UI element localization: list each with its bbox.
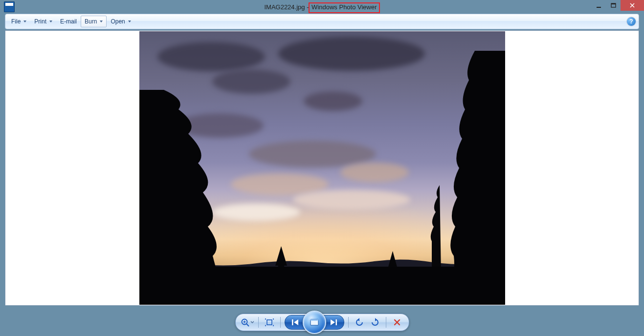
window-controls xyxy=(591,0,644,11)
toolbar-container: File Print E-mail Burn Open ? xyxy=(5,14,639,29)
viewer-canvas[interactable] xyxy=(5,30,639,306)
rotate-ccw-button[interactable] xyxy=(353,316,366,328)
help-button[interactable]: ? xyxy=(627,17,636,26)
fit-window-icon xyxy=(265,318,274,326)
menu-open-label: Open xyxy=(111,18,125,25)
menu-print-label: Print xyxy=(34,18,46,25)
title-filename: IMAG2224.jpg xyxy=(264,3,305,11)
svg-rect-8 xyxy=(292,319,293,325)
delete-button[interactable] xyxy=(390,316,404,328)
chevron-down-icon xyxy=(250,321,254,324)
next-icon xyxy=(330,319,337,326)
delete-icon xyxy=(394,319,400,326)
minimize-icon xyxy=(596,3,601,8)
window-title: IMAG2224.jpg - Windows Photo Viewer xyxy=(0,3,644,11)
photo-image xyxy=(139,31,505,305)
menu-print[interactable]: Print xyxy=(30,16,56,27)
separator xyxy=(258,317,259,328)
menu-open[interactable]: Open xyxy=(107,16,134,27)
toolbar: File Print E-mail Burn Open ? xyxy=(5,14,639,29)
menu-burn-label: Burn xyxy=(85,18,97,25)
chevron-down-icon xyxy=(49,21,52,22)
title-bar[interactable]: IMAG2224.jpg - Windows Photo Viewer xyxy=(0,0,644,14)
separator xyxy=(386,317,386,328)
menu-email-label: E-mail xyxy=(60,18,77,25)
svg-rect-7 xyxy=(267,320,272,325)
svg-rect-10 xyxy=(311,319,318,321)
separator xyxy=(348,317,349,328)
chevron-down-icon xyxy=(128,21,131,22)
viewer-controls xyxy=(0,314,644,331)
control-bar xyxy=(235,314,409,331)
fit-window-button[interactable] xyxy=(263,316,276,328)
next-button[interactable] xyxy=(325,316,342,328)
previous-button[interactable] xyxy=(287,316,304,328)
menu-file[interactable]: File xyxy=(7,16,30,27)
menu-burn[interactable]: Burn xyxy=(81,16,107,27)
photo-viewer-window: IMAG2224.jpg - Windows Photo Viewer File… xyxy=(0,0,644,336)
rotate-right-icon xyxy=(371,318,379,327)
previous-icon xyxy=(291,319,299,326)
svg-rect-2 xyxy=(611,3,616,4)
minimize-button[interactable] xyxy=(591,0,606,11)
slideshow-button[interactable] xyxy=(303,311,326,334)
rotate-left-icon xyxy=(355,318,364,327)
magnifier-plus-icon xyxy=(241,318,250,327)
navigation-pill xyxy=(285,315,344,330)
menu-email[interactable]: E-mail xyxy=(56,16,81,27)
close-button[interactable] xyxy=(621,0,644,11)
svg-rect-0 xyxy=(597,7,601,8)
svg-line-4 xyxy=(246,324,249,326)
title-appname: Windows Photo Viewer xyxy=(311,3,377,11)
rotate-cw-button[interactable] xyxy=(368,316,382,328)
slideshow-icon xyxy=(310,318,319,326)
zoom-button[interactable] xyxy=(241,316,254,328)
title-appname-highlight: Windows Photo Viewer xyxy=(309,2,379,13)
help-icon: ? xyxy=(629,18,633,25)
chevron-down-icon xyxy=(100,21,103,22)
menu-file-label: File xyxy=(11,18,21,25)
svg-rect-11 xyxy=(335,319,337,325)
separator xyxy=(280,317,281,328)
chevron-down-icon xyxy=(23,21,26,22)
close-icon xyxy=(629,2,635,8)
maximize-button[interactable] xyxy=(606,0,621,11)
maximize-icon xyxy=(611,3,616,8)
